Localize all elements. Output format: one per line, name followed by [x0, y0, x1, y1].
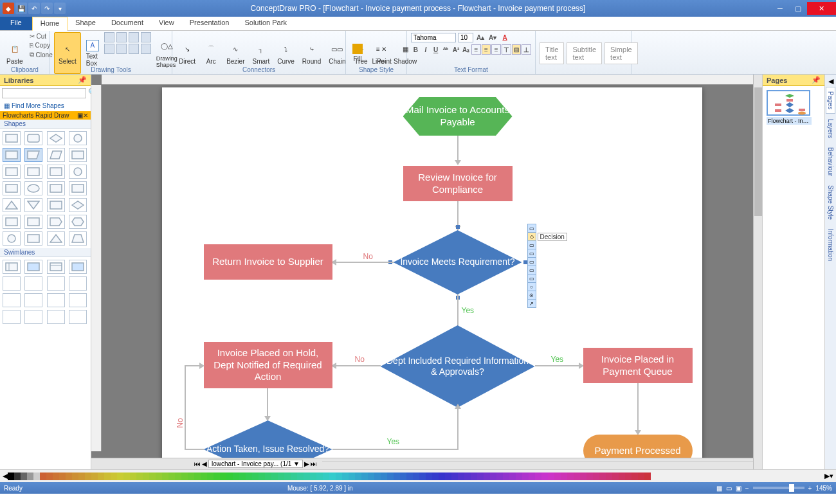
- underline-button[interactable]: U: [431, 44, 441, 55]
- swimlane-16[interactable]: [69, 310, 87, 324]
- color-swatch[interactable]: [535, 473, 541, 480]
- color-swatch[interactable]: [259, 473, 265, 480]
- swimlane-11[interactable]: [47, 293, 65, 307]
- color-swatch[interactable]: [98, 473, 104, 480]
- color-swatch[interactable]: [471, 473, 477, 480]
- color-swatch[interactable]: [168, 473, 175, 480]
- superscript-button[interactable]: A²: [451, 44, 461, 55]
- shape-shape23[interactable]: [47, 215, 65, 229]
- color-swatch[interactable]: [586, 473, 593, 480]
- shapes-group-header[interactable]: Shapes: [0, 120, 91, 129]
- color-swatch[interactable]: [156, 473, 162, 480]
- color-swatch[interactable]: [413, 473, 419, 480]
- color-swatch[interactable]: [548, 473, 554, 480]
- swimlane-1[interactable]: [3, 260, 21, 274]
- sel-opt-5[interactable]: ▭: [527, 257, 536, 266]
- minimize-button[interactable]: ─: [771, 2, 789, 15]
- swimlane-15[interactable]: [47, 310, 65, 324]
- color-swatch[interactable]: [226, 473, 233, 480]
- color-swatch[interactable]: [432, 473, 439, 480]
- sel-opt-8[interactable]: ○: [527, 282, 536, 291]
- spline-tool-icon[interactable]: [129, 32, 139, 42]
- shape-rect[interactable]: [3, 131, 21, 145]
- color-swatch[interactable]: [445, 473, 451, 480]
- swimlane-3[interactable]: [47, 260, 65, 274]
- color-swatch[interactable]: [304, 473, 310, 480]
- node-dept-included[interactable]: Dept Included Required Information & App…: [381, 325, 535, 408]
- color-swatch[interactable]: [458, 473, 464, 480]
- color-swatch[interactable]: [271, 473, 278, 480]
- color-swatch[interactable]: [593, 473, 599, 480]
- bold-button[interactable]: B: [411, 44, 421, 55]
- color-swatch[interactable]: [111, 473, 117, 480]
- shape-shape8[interactable]: [69, 148, 87, 162]
- swimlane-5[interactable]: [3, 276, 21, 291]
- color-swatch[interactable]: [516, 473, 522, 480]
- shape-shape25[interactable]: [3, 231, 21, 246]
- swimlane-6[interactable]: [24, 276, 42, 291]
- simple-text-style[interactable]: Simple text: [604, 42, 638, 64]
- color-swatch[interactable]: [91, 473, 98, 480]
- color-swatch[interactable]: [381, 473, 387, 480]
- sidetab-layers[interactable]: Layers: [826, 115, 835, 142]
- color-swatch[interactable]: [78, 473, 85, 480]
- shape-rounded[interactable]: [24, 131, 42, 145]
- sel-opt-6[interactable]: ▭: [527, 266, 536, 274]
- sidetab-shapestyle[interactable]: Shape Style: [826, 181, 835, 224]
- color-swatch[interactable]: [149, 473, 156, 480]
- color-swatch[interactable]: [194, 473, 201, 480]
- qat-app-icon[interactable]: ◆: [3, 3, 14, 14]
- color-swatch[interactable]: [117, 473, 123, 480]
- color-swatch[interactable]: [451, 473, 458, 480]
- shape-shape15[interactable]: [47, 181, 65, 195]
- view-mode-1[interactable]: ▦: [716, 485, 722, 492]
- shape-shape10[interactable]: [24, 165, 42, 179]
- strike-button[interactable]: ᴬᵇ: [441, 44, 451, 55]
- shape-diamond[interactable]: [47, 131, 65, 145]
- shrink-font-icon[interactable]: A▾: [487, 32, 498, 42]
- color-swatch[interactable]: [284, 473, 291, 480]
- shape-shape16[interactable]: [69, 181, 87, 195]
- color-swatch[interactable]: [214, 473, 220, 480]
- tab-view[interactable]: View: [151, 17, 182, 30]
- swimlane-9[interactable]: [3, 293, 21, 307]
- node-action-taken[interactable]: Action Taken, Issue Resolved?: [204, 420, 332, 458]
- swimlane-4[interactable]: [69, 260, 87, 274]
- color-swatch[interactable]: [561, 473, 567, 480]
- maximize-button[interactable]: ▢: [789, 2, 807, 15]
- page-thumbnail[interactable]: [767, 90, 810, 116]
- shape-shape13[interactable]: [3, 181, 21, 195]
- color-swatch[interactable]: [419, 473, 426, 480]
- color-swatch[interactable]: [316, 473, 323, 480]
- align-right-icon[interactable]: ≡: [491, 44, 501, 55]
- color-swatch[interactable]: [567, 473, 574, 480]
- swimlanes-group-header[interactable]: Swimlanes: [0, 248, 91, 257]
- tab-nav-next[interactable]: ▶: [304, 460, 309, 467]
- color-swatch[interactable]: [439, 473, 445, 480]
- font-select[interactable]: Tahoma: [411, 33, 456, 42]
- color-swatch[interactable]: [323, 473, 329, 480]
- color-swatch[interactable]: [355, 473, 361, 480]
- tab-nav-first[interactable]: ⏮: [194, 460, 201, 467]
- polygon-tool-icon[interactable]: [116, 44, 127, 54]
- align-center-icon[interactable]: ≡: [482, 44, 491, 55]
- shape-shape17[interactable]: [3, 198, 21, 212]
- valign-bot-icon[interactable]: ⊥: [522, 44, 531, 55]
- color-swatch[interactable]: [625, 473, 632, 480]
- color-swatch[interactable]: [278, 473, 284, 480]
- shape-shape7[interactable]: [47, 148, 65, 162]
- find-more-shapes-link[interactable]: ▦Find More Shapes: [0, 100, 91, 111]
- italic-button[interactable]: I: [421, 44, 431, 55]
- qat-save-icon[interactable]: 💾: [15, 3, 27, 14]
- bezier-tool-icon[interactable]: [141, 44, 151, 54]
- subtitle-text-style[interactable]: Subtitle text: [567, 42, 602, 64]
- node-meets-requirement[interactable]: Invoice Meets Requirement?: [394, 230, 522, 294]
- title-text-style[interactable]: Title text: [540, 42, 564, 64]
- color-swatch[interactable]: [580, 473, 586, 480]
- swimlane-10[interactable]: [24, 293, 42, 307]
- shape-shape20[interactable]: [69, 198, 87, 212]
- tab-home[interactable]: Home: [32, 17, 68, 31]
- sel-opt-4[interactable]: ▭: [527, 249, 536, 258]
- color-swatch[interactable]: [143, 473, 149, 480]
- shape-shape27[interactable]: [47, 231, 65, 246]
